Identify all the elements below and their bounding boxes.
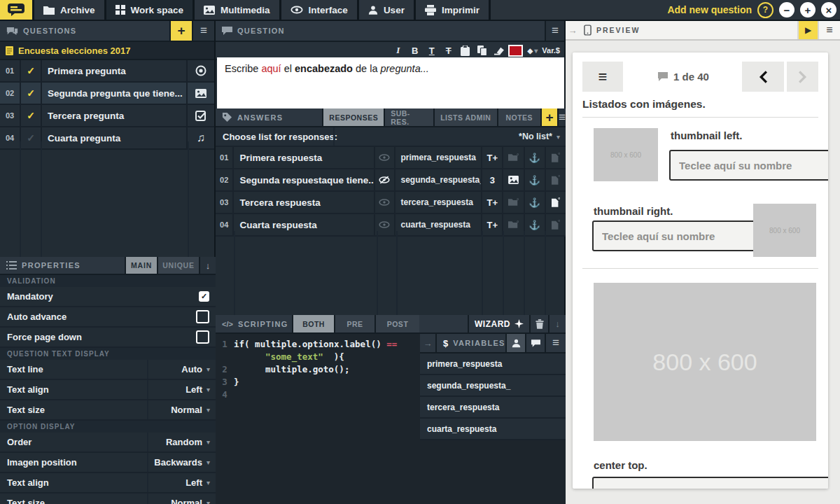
tab-post[interactable]: POST [374,315,419,332]
tab-lists-admin[interactable]: LISTS ADMIN [433,108,497,126]
collapse-arrow-button[interactable]: → [566,21,580,39]
tab-pre[interactable]: PRE [334,315,374,332]
menu-item-workspace[interactable]: Work space [106,0,195,20]
variables-menu-button[interactable]: ≡ [545,334,566,352]
check-icon-inactive[interactable]: ✓ [20,127,41,148]
visibility-eye-icon[interactable] [374,192,393,213]
note-page-icon-active[interactable] [545,192,566,213]
tab-sub-res[interactable]: SUB-RES. [384,108,433,126]
chevron-down-icon[interactable]: ▾ [206,386,210,393]
tab-both[interactable]: BOTH [292,315,334,332]
variable-item-2[interactable]: segunda_respuesta_ [420,375,566,397]
answer-variable[interactable]: primera_respuesta [394,147,482,168]
variables-user-filter-button[interactable] [505,334,525,352]
chevron-down-icon[interactable]: ▾ [206,479,210,486]
menu-item-interface[interactable]: Interface [281,0,359,20]
question-row-3[interactable]: 03 ✓ Tercera pregunta [0,105,214,127]
media-folder-icon[interactable] [502,192,523,213]
code-editor[interactable]: 1if( multiple.optionx.label() == "some_t… [216,334,420,504]
chevron-down-icon[interactable]: ▾ [206,458,210,466]
text-color-button[interactable] [508,43,523,57]
insert-diamond-button[interactable]: ◆▾ [525,43,540,57]
preview-menu-button[interactable]: ≡ [818,21,840,39]
italic-button[interactable]: I [391,43,405,57]
center-top-name-input[interactable] [592,477,828,489]
previous-question-button[interactable] [742,62,784,92]
dropdown-value[interactable]: Left [186,384,202,395]
variables-comment-button[interactable] [525,334,545,352]
media-image-icon[interactable] [502,169,523,190]
insert-variable-button[interactable]: Var.$ [542,43,560,57]
app-logo[interactable] [0,0,34,20]
thumbnail-left-name-input[interactable] [669,150,828,181]
bold-button[interactable]: B [407,43,422,57]
list-dropdown-value[interactable]: *No list* [519,132,552,141]
questions-menu-button[interactable]: ≡ [192,21,214,41]
wizard-button[interactable]: WIZARD [468,315,529,332]
anchor-icon[interactable]: ⚓ [524,192,545,213]
check-icon[interactable]: ✓ [20,83,41,104]
next-question-button-disabled[interactable] [787,62,818,92]
underline-button[interactable]: T [424,43,439,57]
question-row-4[interactable]: 04 ✓ Cuarta pregunta ♫ [0,127,214,150]
chevron-down-icon[interactable]: ▾ [556,133,560,141]
check-icon[interactable]: ✓ [20,105,41,126]
menu-item-user[interactable]: User [359,0,416,20]
variable-item-4[interactable]: cuarta_respuesta [420,419,566,440]
survey-row[interactable]: Encuesta elecciones 2017 [0,42,214,60]
menu-item-multimedia[interactable]: Multimedia [195,0,281,20]
properties-scroll-down-button[interactable]: ↓ [199,257,216,274]
answer-row-2[interactable]: 02 Segunda respuestaque tiene... segunda… [216,169,566,192]
copy-button[interactable] [475,43,489,57]
media-folder-icon[interactable] [502,147,523,168]
thumbnail-right-name-input[interactable] [592,220,760,251]
anchor-icon[interactable]: ⚓ [524,169,545,190]
note-page-icon[interactable] [545,169,566,190]
visibility-eye-icon[interactable] [374,147,393,168]
help-button[interactable]: ? [757,2,774,18]
dropdown-value[interactable]: Normal [171,405,202,415]
chevron-down-icon[interactable]: ▾ [206,499,210,504]
anchor-icon[interactable]: ⚓ [524,214,545,235]
clear-format-button[interactable] [491,43,506,57]
answer-row-3[interactable]: 03 Tercera respuesta tercera_respuesta T… [216,192,566,214]
chevron-down-icon[interactable]: ▾ [206,438,210,446]
delete-script-button[interactable] [529,315,548,332]
answers-menu-button[interactable]: ≡ [557,108,566,126]
menu-item-imprimir[interactable]: Imprimir [416,0,491,20]
dropdown-value[interactable]: Normal [171,498,202,504]
tab-unique[interactable]: UNIQUE [157,257,199,274]
preview-hamburger-button[interactable]: ≡ [582,62,623,92]
chevron-down-icon[interactable]: ▾ [206,406,210,414]
anchor-icon[interactable]: ⚓ [524,147,545,168]
check-icon[interactable]: ✓ [20,60,41,81]
numeric-type-button[interactable]: 3 [481,169,502,190]
chevron-down-icon[interactable]: ▾ [206,365,210,373]
question-menu-button[interactable]: ≡ [545,21,564,41]
note-page-icon[interactable] [545,147,566,168]
question-text-editor[interactable]: Escribe aquí el encabezado de la pregunt… [217,57,564,108]
note-page-icon[interactable] [545,214,566,235]
dropdown-value[interactable]: Auto [181,364,202,374]
maximize-button[interactable]: + [800,2,816,18]
question-row-2-selected[interactable]: 02 ✓ Segunda pregunta que tiene... [0,83,214,105]
checkbox-checked[interactable]: ✓ [199,291,209,302]
tab-main[interactable]: MAIN [125,257,157,274]
checkbox-unchecked[interactable] [196,310,209,323]
menu-item-archive[interactable]: Archive [34,0,106,20]
answer-variable[interactable]: segunda_respuesta_ [394,169,482,190]
text-type-button[interactable]: T+ [481,192,502,213]
checkbox-unchecked[interactable] [196,330,209,344]
add-answer-button[interactable]: + [540,108,557,126]
strikethrough-button[interactable]: T [441,43,456,57]
dropdown-value[interactable]: Left [186,477,202,488]
tab-responses[interactable]: RESPONSES [322,108,384,126]
tab-notes[interactable]: NOTES [497,108,540,126]
close-button[interactable]: × [821,2,836,18]
minimize-button[interactable]: − [779,2,794,18]
answer-variable[interactable]: tercera_respuesta [394,192,482,213]
media-folder-icon[interactable] [502,214,523,235]
answer-variable[interactable]: cuarta_respuesta [394,214,482,235]
dropdown-value[interactable]: Random [166,437,202,447]
answer-row-1[interactable]: 01 Primera respuesta primera_respuesta T… [216,147,566,169]
